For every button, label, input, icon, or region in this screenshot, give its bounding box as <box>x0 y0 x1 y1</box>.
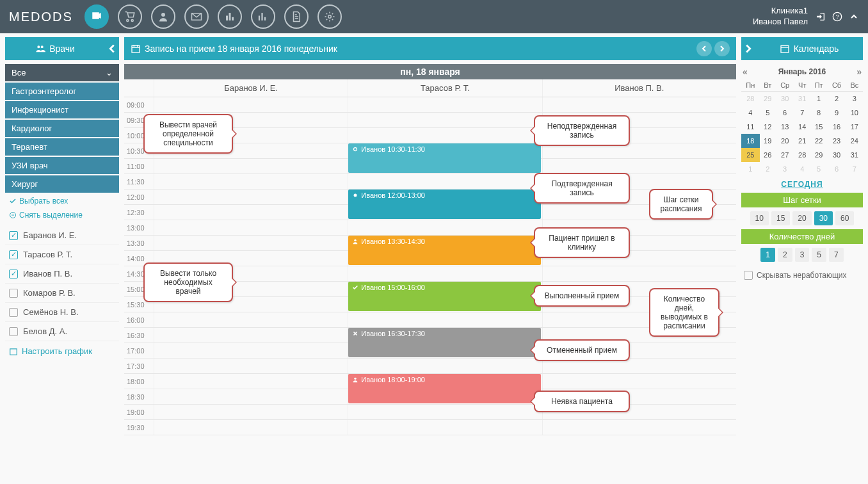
schedule-cell[interactable] <box>348 359 542 373</box>
days-count-button[interactable]: 7 <box>829 248 844 262</box>
calendar-day[interactable]: 10 <box>846 106 863 120</box>
schedule-cell[interactable] <box>154 343 348 358</box>
calendar-day[interactable]: 14 <box>794 120 810 134</box>
calendar-day[interactable]: 9 <box>827 106 846 120</box>
calendar-day[interactable]: 31 <box>846 148 863 162</box>
schedule-cell[interactable] <box>348 128 542 143</box>
appointment[interactable]: Иванов 18:00-19:00 <box>348 374 540 403</box>
schedule-cell[interactable] <box>154 236 348 250</box>
days-count-button[interactable]: 5 <box>812 248 826 262</box>
schedule-cell[interactable]: Иванов 12:00-13:00 <box>348 190 542 204</box>
schedule-cell[interactable] <box>154 359 348 373</box>
calendar-day[interactable]: 3 <box>846 92 863 106</box>
doctor-item[interactable]: Белов Д. А. <box>5 322 119 341</box>
calendar-day[interactable]: 17 <box>846 120 863 134</box>
calendar-day[interactable]: 29 <box>760 92 776 106</box>
schedule-cell[interactable]: Иванов 16:30-17:30 <box>348 328 542 343</box>
doctor-item[interactable]: Баранов И. Е. <box>5 226 119 245</box>
calendar-day[interactable]: 15 <box>810 120 828 134</box>
calendar-day[interactable]: 25 <box>741 148 760 162</box>
calendar-day[interactable]: 2 <box>827 92 846 106</box>
doctor-checkbox[interactable] <box>9 308 18 317</box>
grid-step-button[interactable]: 20 <box>792 211 811 225</box>
prev-month-icon[interactable]: « <box>743 67 748 77</box>
schedule-cell[interactable] <box>154 159 348 173</box>
calendar-day[interactable]: 8 <box>810 106 828 120</box>
schedule-cell[interactable] <box>154 328 348 343</box>
schedule-cell[interactable] <box>348 220 542 235</box>
days-count-button[interactable]: 1 <box>760 248 775 262</box>
spec-item[interactable]: УЗИ врач <box>5 157 119 174</box>
calendar-day[interactable]: 23 <box>827 134 846 148</box>
doctor-checkbox[interactable] <box>9 270 18 278</box>
calendar-day[interactable]: 29 <box>810 148 828 162</box>
grid-step-button[interactable]: 30 <box>814 211 833 225</box>
doctor-item[interactable]: Семёнов Н. В. <box>5 303 119 322</box>
calendar-day[interactable]: 19 <box>760 134 776 148</box>
calendar-day[interactable]: 22 <box>810 134 828 148</box>
doctor-item[interactable]: Комаров Р. В. <box>5 284 119 303</box>
days-count-button[interactable]: 3 <box>795 248 810 262</box>
chevron-up-icon[interactable] <box>849 12 859 22</box>
calendar-day[interactable]: 6 <box>776 106 794 120</box>
logout-icon[interactable] <box>816 12 826 22</box>
nav-org-icon[interactable] <box>218 4 242 29</box>
hide-nonworking-checkbox[interactable] <box>744 271 753 280</box>
calendar-day[interactable]: 2 <box>760 162 776 176</box>
schedule-cell[interactable]: Иванов 18:00-19:00 <box>348 374 542 389</box>
calendar-day[interactable]: 3 <box>776 162 794 176</box>
nav-stats-icon[interactable] <box>251 4 275 29</box>
doctor-checkbox[interactable] <box>9 327 18 336</box>
doctor-item[interactable]: Иванов П. В. <box>5 264 119 284</box>
calendar-day[interactable]: 31 <box>794 92 810 106</box>
schedule-cell[interactable] <box>154 389 348 404</box>
calendar-day[interactable]: 20 <box>776 134 794 148</box>
calendar-day[interactable]: 5 <box>810 162 828 176</box>
nav-mail-icon[interactable] <box>184 4 209 29</box>
grid-step-button[interactable]: 60 <box>835 211 854 225</box>
deselect-all-link[interactable]: Снять выделение <box>5 208 119 222</box>
schedule-cell[interactable] <box>348 174 542 189</box>
spec-item[interactable]: Гастроэнтеролог <box>5 83 119 100</box>
calendar-day[interactable]: 1 <box>741 162 760 176</box>
calendar-day[interactable]: 4 <box>794 162 810 176</box>
schedule-cell[interactable] <box>348 113 542 127</box>
calendar-day[interactable]: 7 <box>794 106 810 120</box>
schedule-cell[interactable] <box>154 205 348 220</box>
calendar-day[interactable]: 13 <box>776 120 794 134</box>
calendar-day[interactable]: 24 <box>846 134 863 148</box>
nav-settings-icon[interactable] <box>317 4 342 29</box>
calendar-day[interactable]: 6 <box>827 162 846 176</box>
schedule-settings-link[interactable]: Настроить график <box>5 341 119 361</box>
schedule-cell[interactable] <box>348 312 542 327</box>
schedule-cell[interactable] <box>542 266 736 281</box>
calendar-day[interactable]: 28 <box>794 148 810 162</box>
days-count-button[interactable]: 2 <box>778 248 792 262</box>
calendar-day[interactable]: 26 <box>760 148 776 162</box>
schedule-cell[interactable]: Иванов 13:30-14:30 <box>348 236 542 250</box>
calendar-day[interactable]: 1 <box>810 92 828 106</box>
spec-item[interactable]: Инфекционист <box>5 101 119 118</box>
help-icon[interactable]: ? <box>832 12 842 22</box>
schedule-cell[interactable] <box>348 420 542 435</box>
calendar-day[interactable]: 28 <box>741 92 760 106</box>
appointment[interactable]: Иванов 10:30-11:30 <box>348 143 540 173</box>
schedule-cell[interactable] <box>154 420 348 435</box>
calendar-day[interactable]: 5 <box>760 106 776 120</box>
today-link[interactable]: СЕГОДНЯ <box>781 180 823 189</box>
calendar-day[interactable]: 11 <box>741 120 760 134</box>
nav-patient-icon[interactable] <box>151 4 175 29</box>
grid-step-button[interactable]: 10 <box>750 211 769 225</box>
schedule-cell[interactable] <box>154 312 348 327</box>
calendar-day[interactable]: 4 <box>741 106 760 120</box>
next-day-icon[interactable] <box>714 41 730 56</box>
nav-appointment-icon[interactable] <box>84 4 109 29</box>
schedule-cell[interactable] <box>542 420 736 435</box>
spec-item[interactable]: Хирург <box>5 175 119 193</box>
collapse-right-icon[interactable] <box>741 37 755 60</box>
calendar-day[interactable]: 30 <box>827 148 846 162</box>
calendar-day[interactable]: 12 <box>760 120 776 134</box>
spec-item[interactable]: Терапевт <box>5 138 119 156</box>
schedule-cell[interactable]: Иванов 15:00-16:00 <box>348 282 542 296</box>
doctor-checkbox[interactable] <box>9 289 18 298</box>
